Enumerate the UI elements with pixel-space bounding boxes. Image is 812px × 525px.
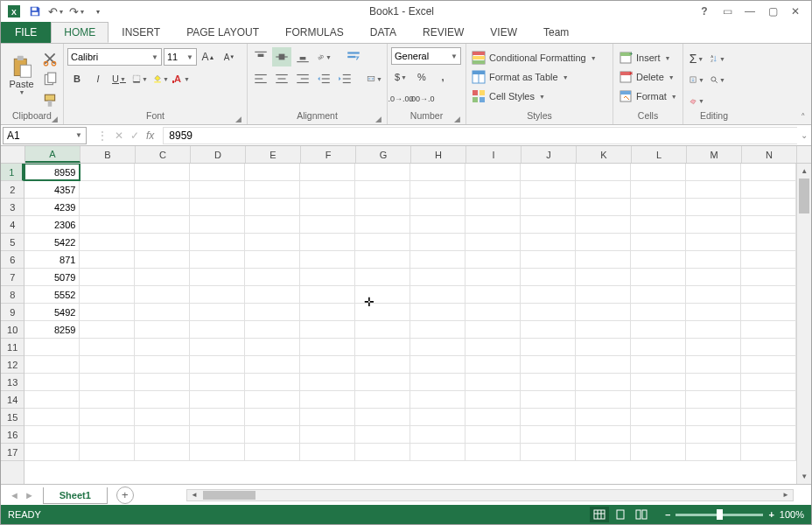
cell-J8[interactable] [521, 286, 576, 303]
cell-A14[interactable] [24, 391, 80, 408]
clipboard-dialog-icon[interactable]: ◢ [52, 115, 58, 123]
cell-M1[interactable] [686, 164, 741, 180]
cell-M10[interactable] [686, 321, 741, 338]
cell-I9[interactable] [466, 304, 521, 320]
cell-J14[interactable] [521, 391, 576, 408]
cell-G10[interactable] [355, 321, 410, 338]
underline-button[interactable]: U▼ [109, 69, 129, 88]
cell-M16[interactable] [686, 426, 741, 443]
cell-A1[interactable]: 8959 [24, 164, 80, 180]
font-dialog-icon[interactable]: ◢ [235, 115, 242, 123]
cell-J5[interactable] [521, 234, 576, 250]
align-top-icon[interactable] [251, 47, 270, 66]
cell-styles-button[interactable]: Cell Styles▼ [470, 88, 547, 105]
cell-F17[interactable] [300, 444, 355, 460]
fill-color-icon[interactable]: ▼ [151, 69, 171, 88]
cell-A11[interactable] [24, 339, 80, 355]
cell-D17[interactable] [190, 444, 245, 460]
font-size-combo[interactable]: 11▼ [164, 48, 197, 66]
cell-B7[interactable] [80, 269, 135, 285]
cell-E13[interactable] [245, 374, 300, 390]
cell-H7[interactable] [410, 269, 466, 285]
cell-N2[interactable] [741, 181, 796, 198]
cell-K1[interactable] [576, 164, 631, 180]
cell-K17[interactable] [576, 444, 631, 460]
select-all-cell[interactable] [1, 146, 25, 163]
cell-D2[interactable] [190, 181, 245, 198]
cell-I8[interactable] [466, 286, 521, 303]
cell-C6[interactable] [135, 251, 190, 268]
cell-K15[interactable] [576, 409, 631, 425]
cell-A3[interactable]: 4239 [24, 199, 80, 215]
cell-H4[interactable] [410, 216, 466, 233]
tab-home[interactable]: HOME [51, 22, 108, 43]
format-cells-button[interactable]: Format▼ [617, 88, 679, 105]
cell-J2[interactable] [521, 181, 576, 198]
align-left-icon[interactable] [251, 69, 270, 88]
tab-review[interactable]: REVIEW [410, 22, 477, 43]
cell-L6[interactable] [631, 251, 686, 268]
cell-F6[interactable] [300, 251, 355, 268]
scroll-left-icon[interactable]: ◄ [187, 491, 201, 499]
cell-H2[interactable] [410, 181, 466, 198]
cell-E3[interactable] [245, 199, 300, 215]
name-box[interactable]: A1▼ [3, 127, 87, 144]
cell-M11[interactable] [686, 339, 741, 355]
cell-G13[interactable] [355, 374, 410, 390]
cell-A10[interactable]: 8259 [24, 321, 80, 338]
cell-F5[interactable] [300, 234, 355, 250]
cell-B4[interactable] [80, 216, 135, 233]
cell-K8[interactable] [576, 286, 631, 303]
cell-B17[interactable] [80, 444, 135, 460]
cell-D4[interactable] [190, 216, 245, 233]
row-header-9[interactable]: 9 [1, 304, 24, 321]
sheet-nav-next-icon[interactable]: ► [24, 490, 34, 500]
cell-B15[interactable] [80, 409, 135, 425]
copy-icon[interactable] [40, 70, 60, 89]
cell-M9[interactable] [686, 304, 741, 320]
cell-L7[interactable] [631, 269, 686, 285]
cell-L15[interactable] [631, 409, 686, 425]
cell-G17[interactable] [355, 444, 410, 460]
cell-L12[interactable] [631, 356, 686, 373]
cell-F2[interactable] [300, 181, 355, 198]
cell-I14[interactable] [466, 391, 521, 408]
cell-M14[interactable] [686, 391, 741, 408]
tab-formulas[interactable]: FORMULAS [272, 22, 357, 43]
cell-E14[interactable] [245, 391, 300, 408]
row-header-2[interactable]: 2 [1, 181, 24, 199]
col-header-L[interactable]: L [632, 146, 687, 163]
cell-C9[interactable] [135, 304, 190, 320]
cell-D8[interactable] [190, 286, 245, 303]
col-header-B[interactable]: B [80, 146, 136, 163]
cell-C3[interactable] [135, 199, 190, 215]
cell-N4[interactable] [741, 216, 796, 233]
col-header-G[interactable]: G [356, 146, 411, 163]
cell-N11[interactable] [741, 339, 796, 355]
cell-N6[interactable] [741, 251, 796, 268]
ribbon-display-icon[interactable]: ▭ [718, 3, 736, 20]
tab-data[interactable]: DATA [357, 22, 410, 43]
expand-formula-bar-icon[interactable]: ⌄ [797, 130, 811, 140]
cell-C15[interactable] [135, 409, 190, 425]
decrease-decimal-icon[interactable]: .00→.0 [412, 89, 431, 108]
tab-insert[interactable]: INSERT [108, 22, 173, 43]
cell-L4[interactable] [631, 216, 686, 233]
align-center-icon[interactable] [272, 69, 291, 88]
cell-F7[interactable] [300, 269, 355, 285]
cell-D10[interactable] [190, 321, 245, 338]
cell-N16[interactable] [741, 426, 796, 443]
cell-G5[interactable] [355, 234, 410, 250]
cell-G3[interactable] [355, 199, 410, 215]
cell-G4[interactable] [355, 216, 410, 233]
formula-bar[interactable]: 8959 [163, 127, 797, 144]
row-header-4[interactable]: 4 [1, 216, 24, 234]
format-as-table-button[interactable]: Format as Table▼ [470, 68, 570, 86]
cell-B2[interactable] [80, 181, 135, 198]
cell-H10[interactable] [410, 321, 466, 338]
cell-L8[interactable] [631, 286, 686, 303]
cell-B1[interactable] [80, 164, 135, 180]
row-header-8[interactable]: 8 [1, 286, 24, 304]
cell-E8[interactable] [245, 286, 300, 303]
vertical-scrollbar[interactable]: ▲ ▼ [796, 164, 811, 484]
